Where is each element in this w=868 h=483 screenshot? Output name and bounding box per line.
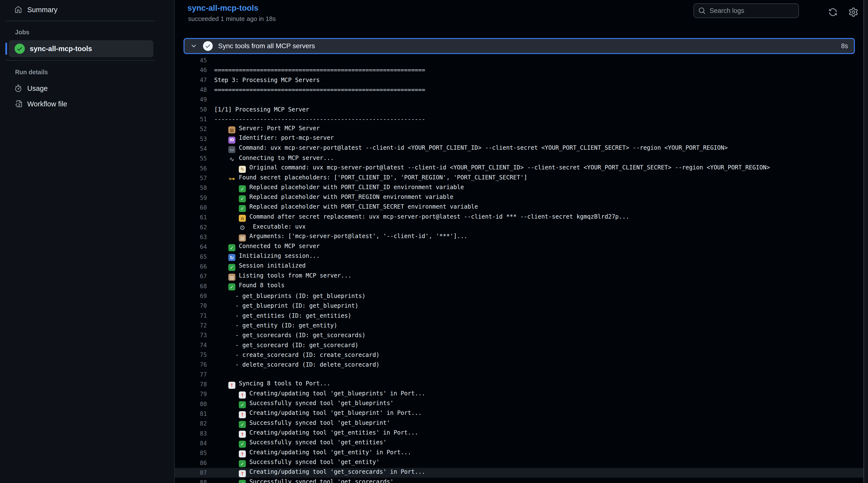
check-icon bbox=[239, 195, 246, 202]
job-name: sync-all-mcp-tools bbox=[30, 45, 92, 53]
laptop-icon bbox=[228, 146, 236, 153]
line-number[interactable]: 88 bbox=[175, 479, 207, 483]
home-icon bbox=[14, 6, 22, 13]
line-number[interactable]: 57 bbox=[175, 175, 207, 182]
line-number[interactable]: 74 bbox=[175, 342, 207, 349]
log-settings-button[interactable] bbox=[848, 7, 859, 18]
line-number[interactable]: 48 bbox=[175, 86, 207, 93]
log-line: 84 Successfully synced tool 'get_entitie… bbox=[175, 439, 863, 448]
line-number[interactable]: 80 bbox=[175, 401, 207, 407]
log-line: 47Step 3: Processing MCP Servers bbox=[175, 75, 863, 85]
log-text: Creating/updating tool 'get_entities' in… bbox=[214, 429, 418, 438]
log-line: 81 Creating/updating tool 'get_blueprint… bbox=[175, 409, 863, 419]
log-line: 80 Successfully synced tool 'get_bluepri… bbox=[175, 399, 863, 409]
sidebar-item-summary[interactable]: Summary bbox=[14, 4, 169, 16]
line-number[interactable]: 70 bbox=[175, 302, 207, 309]
line-number[interactable]: 50 bbox=[175, 106, 207, 113]
line-number[interactable]: 82 bbox=[175, 420, 207, 427]
log-text: ========================================… bbox=[214, 86, 425, 93]
line-number[interactable]: 45 bbox=[175, 57, 207, 64]
page-title: sync-all-mcp-tools bbox=[187, 3, 258, 13]
line-number[interactable]: 76 bbox=[175, 361, 207, 368]
line-number[interactable]: 62 bbox=[175, 224, 207, 231]
line-number[interactable]: 52 bbox=[175, 126, 207, 132]
log-line: 52 Server: Port MCP Server bbox=[175, 124, 863, 134]
log-text: Step 3: Processing MCP Servers bbox=[214, 77, 319, 84]
clipboard-icon bbox=[239, 235, 246, 241]
line-number[interactable]: 73 bbox=[175, 332, 207, 339]
line-number[interactable]: 75 bbox=[175, 352, 207, 358]
log-line: 51--------------------------------------… bbox=[175, 114, 863, 124]
line-number[interactable]: 54 bbox=[175, 145, 207, 152]
line-number[interactable]: 46 bbox=[175, 67, 207, 73]
sidebar: Summary Jobs sync-all-mcp-tools Run deta… bbox=[0, 0, 175, 483]
line-number[interactable]: 59 bbox=[175, 194, 207, 201]
log-text: Successfully synced tool 'get_blueprint' bbox=[214, 419, 390, 428]
log-text: Successfully synced tool 'get_entities' bbox=[214, 439, 386, 448]
log-group-header[interactable]: Sync tools from all MCP servers 8s bbox=[184, 38, 855, 54]
log-line: 48======================================… bbox=[175, 85, 863, 95]
line-number[interactable]: 78 bbox=[175, 381, 207, 388]
line-number[interactable]: 61 bbox=[175, 214, 207, 221]
log-text: - delete_scorecard (ID: delete_scorecard… bbox=[214, 361, 379, 368]
sidebar-item-usage[interactable]: Usage bbox=[14, 83, 169, 94]
line-number[interactable]: 65 bbox=[175, 253, 207, 260]
line-number[interactable]: 49 bbox=[175, 96, 207, 103]
log-text: Found 8 tools bbox=[214, 282, 284, 291]
log-line: 53 Identifier: port-mcp-server bbox=[175, 134, 863, 144]
check-icon bbox=[239, 460, 246, 467]
check-icon bbox=[239, 480, 246, 483]
log-line: 73 - get_scorecards (ID: get_scorecards) bbox=[175, 330, 863, 340]
outbox-icon bbox=[239, 391, 246, 398]
log-text: Replaced placeholder with PORT_CLIENT_ID… bbox=[214, 184, 464, 192]
search-logs-input[interactable] bbox=[710, 7, 794, 14]
outbox-icon bbox=[239, 431, 246, 438]
id-icon bbox=[228, 137, 236, 144]
log-text: Command after secret replacement: uvx mc… bbox=[214, 213, 629, 222]
line-number[interactable]: 71 bbox=[175, 312, 207, 319]
log-line: 71 - get_entities (ID: get_entities) bbox=[175, 311, 863, 321]
log-line: 57 Found secret placeholders: ['PORT_CLI… bbox=[175, 173, 863, 183]
line-number[interactable]: 51 bbox=[175, 116, 207, 123]
refresh-logs-button[interactable] bbox=[828, 7, 838, 18]
line-number[interactable]: 81 bbox=[175, 411, 207, 417]
step-success-check-icon bbox=[203, 41, 213, 51]
check-icon bbox=[239, 205, 246, 212]
log-text: Successfully synced tool 'get_entity' bbox=[214, 459, 379, 467]
line-number[interactable]: 85 bbox=[175, 450, 207, 456]
line-number[interactable]: 68 bbox=[175, 283, 207, 290]
line-number[interactable]: 72 bbox=[175, 322, 207, 329]
line-number[interactable]: 67 bbox=[175, 273, 207, 280]
sidebar-item-label: Workflow file bbox=[27, 100, 67, 108]
line-number[interactable]: 64 bbox=[175, 243, 207, 250]
line-number[interactable]: 69 bbox=[175, 293, 207, 299]
step-title: Sync tools from all MCP servers bbox=[218, 42, 315, 50]
line-number[interactable]: 84 bbox=[175, 440, 207, 447]
log-text: - get_entity (ID: get_entity) bbox=[214, 322, 337, 329]
line-number[interactable]: 58 bbox=[175, 184, 207, 191]
log-line: 68 Found 8 tools bbox=[175, 281, 863, 291]
line-number[interactable]: 53 bbox=[175, 135, 207, 143]
line-number[interactable]: 60 bbox=[175, 204, 207, 211]
line-number[interactable]: 86 bbox=[175, 460, 207, 466]
log-text: - get_blueprints (ID: get_blueprints) bbox=[214, 293, 365, 299]
line-number[interactable]: 77 bbox=[175, 371, 207, 378]
line-number[interactable]: 47 bbox=[175, 77, 207, 84]
sidebar-item-job-sync-all-mcp-tools[interactable]: sync-all-mcp-tools bbox=[9, 40, 153, 57]
log-line: 59 Replaced placeholder with PORT_REGION… bbox=[175, 193, 863, 203]
line-number[interactable]: 79 bbox=[175, 391, 207, 397]
lock-icon bbox=[239, 215, 246, 222]
vertical-scrollbar[interactable] bbox=[863, 0, 868, 483]
line-number[interactable]: 55 bbox=[175, 155, 207, 162]
log-text: Connected to MCP server bbox=[214, 243, 320, 251]
line-number[interactable]: 63 bbox=[175, 234, 207, 241]
log-text: Successfully synced tool 'get_blueprints… bbox=[214, 400, 394, 409]
line-number[interactable]: 66 bbox=[175, 263, 207, 270]
log-line: 74 - get_scorecard (ID: get_scorecard) bbox=[175, 340, 863, 350]
line-number[interactable]: 87 bbox=[175, 470, 207, 476]
search-icon bbox=[699, 7, 706, 14]
line-number[interactable]: 56 bbox=[175, 165, 207, 172]
line-number[interactable]: 83 bbox=[175, 430, 207, 437]
step-duration: 8s bbox=[841, 42, 848, 50]
sidebar-item-workflow-file[interactable]: Workflow file bbox=[14, 98, 169, 110]
